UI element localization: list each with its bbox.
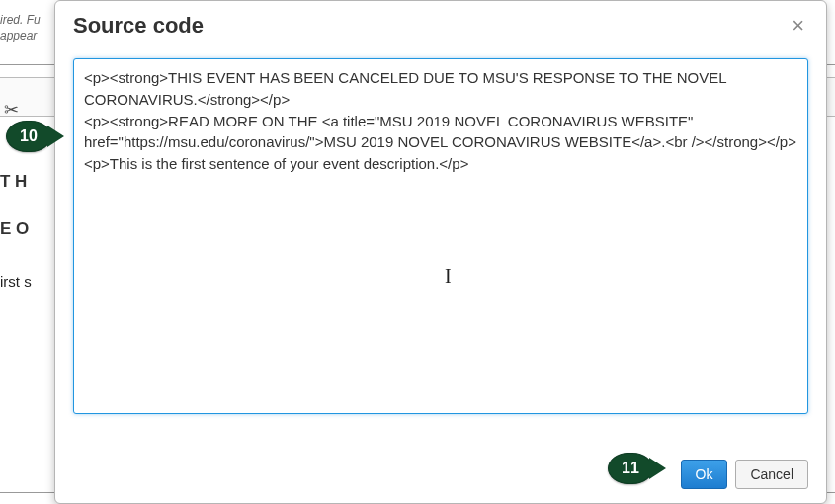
dialog-title: Source code — [73, 13, 204, 39]
ok-button[interactable]: Ok — [681, 460, 728, 489]
source-code-dialog: Source code × Ok Cancel — [54, 0, 827, 504]
dialog-header: Source code × — [55, 1, 826, 48]
close-icon[interactable]: × — [788, 13, 808, 39]
source-code-textarea[interactable] — [73, 58, 808, 414]
cancel-button[interactable]: Cancel — [735, 460, 808, 489]
dialog-footer: Ok Cancel — [55, 446, 826, 503]
dialog-body — [55, 48, 826, 446]
modal-overlay: Source code × Ok Cancel — [0, 0, 835, 504]
